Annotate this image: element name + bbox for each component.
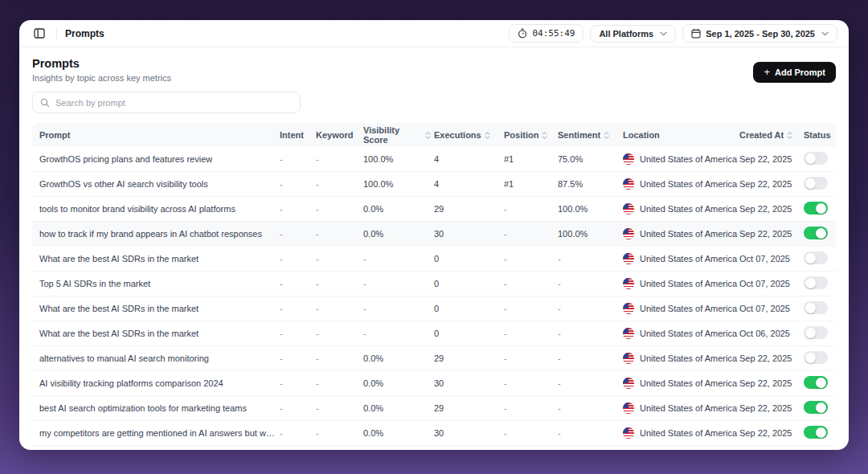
prompt-cell: What are the best AI SDRs in the market [32, 254, 280, 264]
us-flag-icon [623, 353, 634, 364]
date-range-dropdown[interactable]: Sep 1, 2025 - Sep 30, 2025 [682, 24, 837, 43]
column-header-status: Status [804, 130, 836, 140]
keyword-cell: - [316, 229, 363, 239]
status-toggle[interactable] [804, 326, 828, 339]
us-flag-icon [623, 203, 634, 215]
table-row[interactable]: What are the best AI SDRs in the market … [32, 296, 836, 321]
executions-cell: 30 [434, 378, 504, 388]
location-label: United States of America [640, 428, 737, 438]
location-cell: United States of America [623, 153, 739, 165]
sentiment-cell: - [558, 378, 623, 388]
sort-icon[interactable] [787, 132, 792, 139]
location-cell: United States of America [623, 203, 739, 215]
table-row[interactable]: tools to monitor brand visibility across… [32, 197, 836, 222]
status-toggle[interactable] [804, 376, 828, 389]
platform-filter-dropdown[interactable]: All Platforms [590, 25, 676, 43]
table-row[interactable]: What are the best AI SDRs in the market … [32, 247, 836, 272]
us-flag-icon [623, 378, 634, 389]
status-toggle[interactable] [804, 301, 828, 314]
search-input[interactable] [55, 98, 293, 108]
chevron-down-icon [660, 31, 667, 36]
status-toggle[interactable] [804, 202, 828, 215]
table-row[interactable]: GrowthOS pricing plans and features revi… [32, 147, 836, 172]
sentiment-cell: - [558, 428, 623, 438]
search-icon [40, 98, 50, 108]
sort-icon[interactable] [425, 132, 431, 139]
column-header-visibility-score[interactable]: Visibility Score [363, 125, 434, 145]
keyword-cell: - [316, 353, 363, 363]
breadcrumb-divider [56, 28, 57, 39]
sentiment-cell: - [558, 279, 623, 288]
column-header-position[interactable]: Position [504, 130, 558, 140]
status-toggle[interactable] [804, 251, 828, 264]
chevron-down-icon [821, 31, 829, 36]
intent-cell: - [280, 304, 316, 313]
column-label: Visibility Score [363, 125, 422, 145]
position-cell: - [504, 403, 558, 413]
toggle-knob [805, 278, 816, 288]
executions-cell: 29 [434, 204, 504, 214]
us-flag-icon [623, 278, 634, 289]
table-row[interactable]: What are the best AI SDRs in the market … [32, 321, 836, 346]
table-row[interactable]: alternatives to manual AI search monitor… [32, 346, 836, 371]
column-label: Location [623, 130, 660, 140]
column-header-sentiment[interactable]: Sentiment [558, 130, 623, 140]
visibility-cell: 0.0% [363, 353, 434, 363]
add-prompt-button[interactable]: + Add Prompt [753, 62, 836, 83]
timer-chip[interactable]: 04:55:49 [509, 24, 583, 43]
sort-icon[interactable] [485, 132, 490, 139]
position-cell: - [504, 329, 558, 338]
executions-cell: 30 [434, 428, 504, 438]
table-header: PromptIntentKeywordVisibility ScoreExecu… [32, 123, 836, 147]
status-toggle[interactable] [804, 426, 828, 439]
keyword-cell: - [316, 403, 363, 413]
created-at-cell: Oct 07, 2025 [739, 279, 804, 288]
table-row[interactable]: my competitors are getting mentioned in … [32, 421, 836, 446]
us-flag-icon [623, 228, 634, 239]
status-toggle[interactable] [804, 227, 828, 239]
prompt-cell: What are the best AI SDRs in the market [32, 304, 280, 313]
executions-cell: 0 [434, 279, 504, 288]
platform-filter-value: All Platforms [599, 29, 653, 39]
table-row[interactable]: how to track if my brand appears in AI c… [32, 222, 836, 247]
status-toggle[interactable] [804, 401, 828, 414]
table-row[interactable]: GrowthOS vs other AI search visibility t… [32, 172, 836, 197]
breadcrumb: Prompts [65, 28, 104, 39]
prompt-cell: AI visibility tracking platforms compari… [32, 378, 280, 388]
created-at-cell: Sep 22, 2025 [739, 353, 804, 363]
status-toggle[interactable] [804, 351, 828, 364]
toggle-knob [805, 153, 816, 164]
status-toggle[interactable] [804, 152, 828, 165]
date-range-value: Sep 1, 2025 - Sep 30, 2025 [706, 29, 815, 39]
visibility-cell: 0.0% [363, 229, 434, 239]
column-header-executions[interactable]: Executions [434, 130, 504, 140]
table-row[interactable]: AI visibility tracking platforms compari… [32, 371, 836, 396]
position-cell: - [504, 204, 558, 214]
sidebar-toggle-button[interactable] [31, 25, 48, 43]
search-box[interactable] [32, 92, 301, 113]
position-cell: - [504, 254, 558, 264]
position-cell: #1 [504, 179, 558, 189]
location-cell: United States of America [623, 303, 739, 314]
sentiment-cell: 100.0% [558, 204, 623, 214]
prompt-cell: best AI search optimization tools for ma… [32, 403, 280, 413]
keyword-cell: - [316, 378, 363, 388]
sort-icon[interactable] [542, 132, 547, 139]
location-cell: United States of America [623, 427, 739, 439]
created-at-cell: Sep 22, 2025 [739, 154, 804, 164]
status-toggle[interactable] [804, 276, 828, 289]
toggle-knob [816, 402, 826, 413]
sort-icon[interactable] [604, 132, 609, 139]
created-at-cell: Sep 22, 2025 [739, 179, 804, 189]
status-toggle[interactable] [804, 177, 828, 190]
location-cell: United States of America [623, 402, 739, 414]
table-row[interactable]: Top 5 AI SDRs in the market - - - 0 - - … [32, 272, 836, 296]
column-header-created-at[interactable]: Created At [739, 130, 804, 140]
page-subtitle: Insights by topic across key metrics [32, 73, 171, 83]
table-row[interactable]: how to get my brand recommended by AI as… [32, 446, 836, 450]
table-row[interactable]: best AI search optimization tools for ma… [32, 396, 836, 421]
visibility-cell: 100.0% [363, 154, 434, 164]
position-cell: - [504, 304, 558, 313]
keyword-cell: - [316, 329, 363, 338]
intent-cell: - [280, 353, 316, 363]
